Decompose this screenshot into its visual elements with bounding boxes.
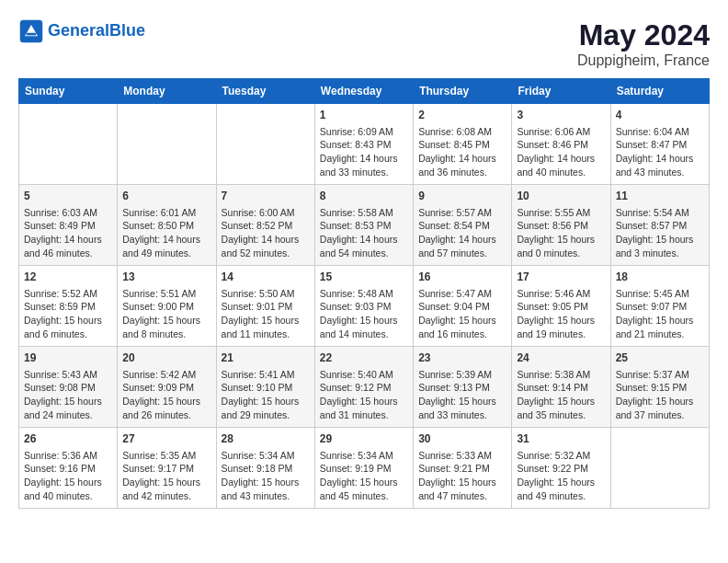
day-info: Sunrise: 5:36 AM [24,449,112,463]
day-info: Daylight: 14 hours [616,152,704,166]
day-info: Daylight: 14 hours [222,233,310,247]
day-info: Sunrise: 5:55 AM [517,206,605,220]
calendar-body: 1Sunrise: 6:09 AMSunset: 8:43 PMDaylight… [19,104,710,509]
logo-general: General [48,21,109,40]
day-info: Sunset: 9:19 PM [320,462,408,476]
day-info: Daylight: 14 hours [418,152,506,166]
day-info: Sunset: 8:56 PM [517,219,605,233]
day-number: 27 [122,431,210,447]
day-number: 25 [616,350,704,366]
weekday-header-sunday: Sunday [19,79,118,104]
day-info: and 47 minutes. [418,489,506,503]
day-info: and 54 minutes. [320,247,408,260]
calendar-cell: 29Sunrise: 5:34 AMSunset: 9:19 PMDayligh… [314,428,413,509]
day-info: Sunrise: 5:48 AM [320,287,408,301]
calendar-cell [610,428,709,509]
day-info: and 57 minutes. [418,247,506,260]
day-info: Daylight: 15 hours [122,314,210,327]
calendar-cell: 8Sunrise: 5:58 AMSunset: 8:53 PMDaylight… [314,185,413,266]
day-number: 22 [320,350,408,366]
day-info: and 52 minutes. [222,247,310,260]
calendar-week-4: 19Sunrise: 5:43 AMSunset: 9:08 PMDayligh… [19,347,710,428]
day-info: and 46 minutes. [24,247,112,260]
day-info: Daylight: 15 hours [418,395,506,408]
calendar-cell: 6Sunrise: 6:01 AMSunset: 8:50 PMDaylight… [118,185,216,266]
page-header: GeneralBlue May 2024 Duppigheim, France [18,18,710,69]
svg-rect-2 [27,33,37,36]
day-number: 23 [418,350,506,366]
day-number: 6 [122,189,210,204]
day-info: Sunset: 8:45 PM [418,138,506,152]
day-info: Sunset: 8:49 PM [24,219,112,233]
day-number: 5 [24,189,112,204]
calendar-cell: 11Sunrise: 5:54 AMSunset: 8:57 PMDayligh… [610,185,709,266]
day-info: Sunrise: 5:47 AM [418,287,506,301]
day-info: Daylight: 15 hours [222,314,310,327]
day-info: Daylight: 15 hours [517,314,605,327]
day-info: Daylight: 15 hours [24,314,112,327]
day-info: Daylight: 15 hours [517,395,605,408]
day-info: Sunset: 9:09 PM [122,381,210,395]
weekday-header-monday: Monday [118,79,216,104]
location-title: Duppigheim, France [577,52,710,69]
day-number: 13 [122,270,210,285]
day-info: Sunset: 9:04 PM [418,300,506,314]
day-info: Sunrise: 5:54 AM [616,206,704,220]
calendar-cell: 3Sunrise: 6:06 AMSunset: 8:46 PMDaylight… [512,104,610,185]
day-info: and 21 minutes. [616,327,704,341]
logo-blue: Blue [109,21,145,40]
day-info: Daylight: 14 hours [320,233,408,247]
day-number: 28 [222,431,310,447]
day-info: and 45 minutes. [320,489,408,503]
day-info: Sunrise: 6:00 AM [222,206,310,220]
day-info: and 3 minutes. [616,247,704,260]
day-info: Sunset: 8:43 PM [320,138,408,152]
day-info: Sunrise: 5:43 AM [24,368,112,382]
day-info: Daylight: 14 hours [418,233,506,247]
day-info: and 36 minutes. [418,166,506,179]
calendar-cell: 18Sunrise: 5:45 AMSunset: 9:07 PMDayligh… [610,266,709,347]
calendar-cell: 7Sunrise: 6:00 AMSunset: 8:52 PMDaylight… [216,185,314,266]
calendar-cell: 27Sunrise: 5:35 AMSunset: 9:17 PMDayligh… [118,428,216,509]
day-info: Sunrise: 6:06 AM [517,125,605,139]
day-info: Daylight: 15 hours [320,395,408,408]
day-info: Sunset: 8:57 PM [616,219,704,233]
day-info: Sunrise: 5:52 AM [24,287,112,301]
day-info: Daylight: 15 hours [122,476,210,489]
day-info: Daylight: 14 hours [517,152,605,166]
calendar-cell: 21Sunrise: 5:41 AMSunset: 9:10 PMDayligh… [216,347,314,428]
day-info: Sunset: 8:46 PM [517,138,605,152]
day-info: Daylight: 14 hours [24,233,112,247]
weekday-header-tuesday: Tuesday [216,79,314,104]
day-info: Sunrise: 6:01 AM [122,206,210,220]
day-info: and 40 minutes. [24,489,112,503]
calendar-cell: 1Sunrise: 6:09 AMSunset: 8:43 PMDaylight… [314,104,413,185]
day-info: and 49 minutes. [517,489,605,503]
day-info: Sunrise: 6:09 AM [320,125,408,139]
day-info: Sunset: 9:22 PM [517,462,605,476]
calendar-cell: 26Sunrise: 5:36 AMSunset: 9:16 PMDayligh… [19,428,118,509]
day-number: 2 [418,108,506,123]
day-info: Daylight: 15 hours [222,395,310,408]
day-number: 24 [517,350,605,366]
day-info: Sunrise: 5:34 AM [222,449,310,463]
calendar-cell [118,104,216,185]
day-number: 3 [517,108,605,123]
logo-icon [18,18,44,44]
calendar-cell: 30Sunrise: 5:33 AMSunset: 9:21 PMDayligh… [414,428,512,509]
day-info: Sunset: 8:59 PM [24,300,112,314]
day-info: Sunrise: 5:46 AM [517,287,605,301]
title-block: May 2024 Duppigheim, France [577,18,710,69]
day-info: Sunset: 8:54 PM [418,219,506,233]
calendar-cell: 24Sunrise: 5:38 AMSunset: 9:14 PMDayligh… [512,347,610,428]
day-info: Daylight: 14 hours [320,152,408,166]
day-info: and 33 minutes. [320,166,408,179]
day-info: Sunrise: 5:51 AM [122,287,210,301]
day-info: Sunrise: 5:45 AM [616,287,704,301]
day-info: Sunset: 9:12 PM [320,381,408,395]
day-info: Sunrise: 5:50 AM [222,287,310,301]
day-number: 30 [418,431,506,447]
day-info: Daylight: 15 hours [24,476,112,489]
weekday-header-row: SundayMondayTuesdayWednesdayThursdayFrid… [19,79,710,104]
day-info: Daylight: 15 hours [616,233,704,247]
